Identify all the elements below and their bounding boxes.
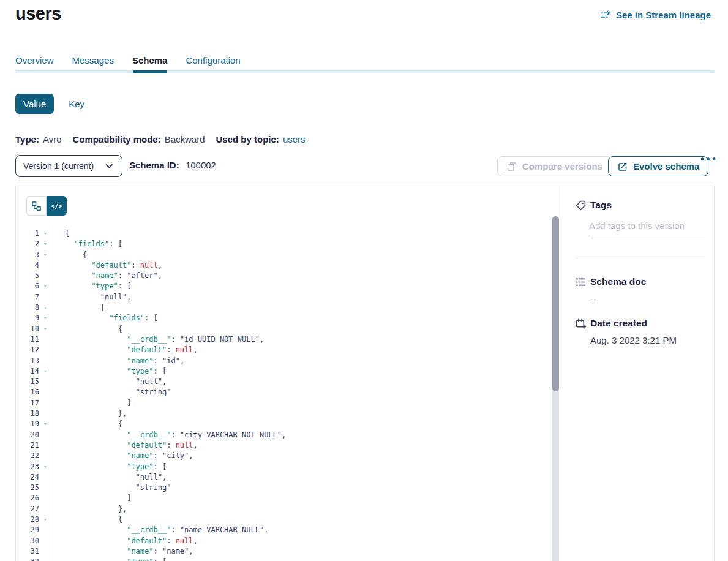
editor-scrollbar-thumb[interactable] <box>552 216 559 391</box>
editor-scrollbar-track[interactable] <box>552 216 559 561</box>
fold-spacer <box>39 546 53 557</box>
fold-toggle-icon[interactable]: ▾ <box>39 557 53 561</box>
code-text: "null", <box>53 292 131 303</box>
fold-toggle-icon[interactable]: ▾ <box>39 366 53 377</box>
stream-lineage-icon <box>601 9 612 20</box>
key-toggle-button[interactable]: Key <box>69 99 84 109</box>
code-text: "name": "after", <box>53 271 162 281</box>
fold-toggle-icon[interactable]: ▾ <box>39 281 53 292</box>
code-line: 11 "__crdb__": "id UUID NOT NULL", <box>16 334 563 345</box>
tab-messages[interactable]: Messages <box>72 55 114 70</box>
code-line: 30 "default": null, <box>16 536 563 546</box>
code-line: 8▾ { <box>16 303 563 313</box>
code-line: 16 "string" <box>16 387 563 397</box>
tags-section: Tags <box>575 200 612 211</box>
code-text: "__crdb__": "name VARCHAR NULL", <box>53 525 268 535</box>
schema-doc-icon <box>575 276 586 287</box>
date-created-section: Date created Aug. 3 2022 3:21 PM <box>575 318 677 345</box>
code-line: 24 "null", <box>16 472 563 483</box>
compatibility-value: Backward <box>165 134 205 145</box>
evolve-schema-button[interactable]: Evolve schema <box>608 156 708 176</box>
tab-overview[interactable]: Overview <box>15 55 54 70</box>
code-line: 31 "name": "name", <box>16 546 563 557</box>
fold-toggle-icon[interactable]: ▾ <box>39 462 53 472</box>
code-text: "null", <box>53 472 167 483</box>
date-created-heading: Date created <box>590 318 647 329</box>
compare-versions-icon <box>506 161 517 172</box>
view-mode-toggle: </> <box>26 196 67 216</box>
code-line: 1▾{ <box>16 228 563 239</box>
tree-view-button[interactable] <box>26 196 47 216</box>
fold-toggle-icon[interactable]: ▾ <box>39 239 53 249</box>
schema-id-label: Schema ID: <box>129 160 179 170</box>
line-number: 30 <box>16 536 39 546</box>
code-editor-area: </> 1▾{2▾ "fields": [3▾ {4 "default": nu… <box>16 186 563 561</box>
fold-toggle-icon[interactable]: ▾ <box>39 313 53 323</box>
compatibility-label: Compatibility mode: <box>72 134 160 145</box>
code-text: "default": null, <box>53 440 198 451</box>
fold-spacer <box>39 409 53 419</box>
compare-versions-button[interactable]: Compare versions <box>497 156 612 176</box>
code-line: 18 }, <box>16 409 563 419</box>
value-toggle-button[interactable]: Value <box>15 94 54 114</box>
line-number: 12 <box>16 345 39 355</box>
used-by-topic-label: Used by topic: <box>216 134 279 145</box>
stream-lineage-link[interactable]: See in Stream lineage <box>601 9 711 20</box>
tab-configuration[interactable]: Configuration <box>186 55 240 70</box>
line-number: 11 <box>16 334 39 345</box>
code-lines[interactable]: 1▾{2▾ "fields": [3▾ {4 "default": null,5… <box>16 223 563 561</box>
line-number: 1 <box>16 228 39 239</box>
code-text: "string" <box>53 483 171 493</box>
code-text: "default": null, <box>53 345 198 355</box>
tab-bar: Overview Messages Schema Configuration <box>15 55 241 70</box>
line-number: 23 <box>16 462 39 472</box>
code-view-button[interactable]: </> <box>47 196 67 216</box>
calendar-plus-icon <box>575 318 586 329</box>
line-number: 25 <box>16 483 39 493</box>
fold-spacer <box>39 398 53 409</box>
fold-spacer <box>39 271 53 281</box>
code-text: "name": "id", <box>53 356 184 366</box>
fold-spacer <box>39 472 53 483</box>
code-text: { <box>53 303 105 313</box>
fold-toggle-icon[interactable]: ▾ <box>39 324 53 334</box>
fold-spacer <box>39 493 53 503</box>
code-text: ] <box>53 493 131 503</box>
code-text: { <box>53 250 87 260</box>
code-line: 15 "null", <box>16 377 563 387</box>
sidebar-divider <box>575 258 705 258</box>
line-number: 16 <box>16 387 39 397</box>
code-line: 21 "default": null, <box>16 440 563 451</box>
type-label: Type: <box>15 134 39 145</box>
line-number: 32 <box>16 557 39 561</box>
code-text: "fields": [ <box>53 313 158 323</box>
tags-input[interactable] <box>589 218 705 236</box>
code-text: "null", <box>53 377 167 387</box>
fold-toggle-icon[interactable]: ▾ <box>39 514 53 525</box>
fold-spacer <box>39 430 53 440</box>
code-line: 32▾ "type": [ <box>16 557 563 561</box>
line-number: 8 <box>16 303 39 313</box>
schema-sidebar: Tags Schema doc -- <box>563 186 715 561</box>
code-text: ] <box>53 398 131 409</box>
fold-toggle-icon[interactable]: ▾ <box>39 250 53 260</box>
version-select[interactable]: Version 1 (current) <box>15 155 122 177</box>
fold-spacer <box>39 387 53 397</box>
schema-id-value: 100002 <box>186 160 216 170</box>
code-line: 27 }, <box>16 504 563 514</box>
code-text: "type": [ <box>53 462 167 472</box>
tab-schema[interactable]: Schema <box>132 55 168 70</box>
line-number: 14 <box>16 366 39 377</box>
fold-toggle-icon[interactable]: ▾ <box>39 228 53 239</box>
fold-toggle-icon[interactable]: ▾ <box>39 303 53 313</box>
code-line: 3▾ { <box>16 250 563 260</box>
code-text: "__crdb__": "id UUID NOT NULL", <box>53 334 264 345</box>
more-options-button[interactable]: ••• <box>700 153 718 165</box>
code-line: 19▾ { <box>16 419 563 429</box>
line-number: 2 <box>16 239 39 249</box>
used-by-topic-link[interactable]: users <box>283 134 306 145</box>
code-line: 10▾ { <box>16 324 563 334</box>
evolve-schema-icon <box>617 161 628 172</box>
fold-toggle-icon[interactable]: ▾ <box>39 419 53 429</box>
line-number: 15 <box>16 377 39 387</box>
